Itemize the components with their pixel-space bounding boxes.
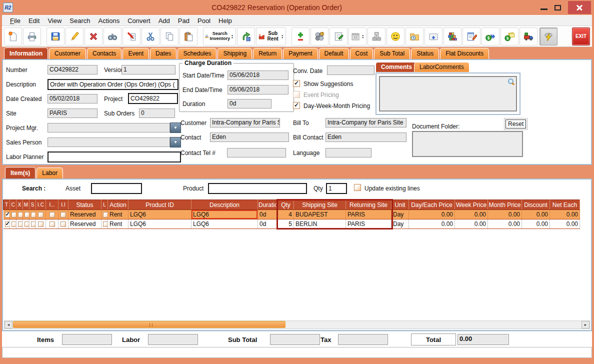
reset-button[interactable]: Reset — [506, 120, 526, 128]
language-field[interactable] — [326, 148, 372, 158]
m-checkbox[interactable] — [24, 212, 30, 218]
convert-button[interactable] — [237, 28, 255, 46]
number-field[interactable]: CO429822 — [48, 65, 98, 74]
exit-button[interactable]: EXIT — [572, 28, 590, 46]
sub-rent-button[interactable]: Sub Rent ▼▼ — [256, 28, 286, 46]
transfer-button[interactable] — [122, 28, 140, 46]
table-row[interactable]: Reserved Rent LGQ6 LGQ6 0d 4 BUDAPEST PA… — [4, 210, 580, 220]
scrollbar-thumb[interactable] — [13, 321, 286, 328]
project-mgr-dropdown-button[interactable]: ▼ — [170, 122, 181, 133]
col-ii[interactable]: I.I — [58, 200, 68, 210]
col-unit[interactable]: Unit — [392, 200, 409, 210]
day-each-price-cell[interactable]: 0.00 — [409, 210, 455, 220]
comments-textarea[interactable] — [379, 76, 517, 112]
col-qty[interactable]: Qty — [278, 200, 294, 210]
tab-contacts[interactable]: Contacts — [87, 48, 122, 59]
sub-orders-field[interactable]: 0 — [139, 108, 175, 118]
start-date-field[interactable]: 05/06/2018 — [228, 70, 288, 80]
tab-cost[interactable]: Cost — [350, 48, 374, 59]
menu-help[interactable]: Help — [214, 16, 236, 26]
tab-schedules[interactable]: Schedules — [178, 48, 216, 59]
tab-comments[interactable]: Comments — [376, 62, 418, 72]
copy-button[interactable] — [160, 28, 178, 46]
col-day-each-price[interactable]: Day/Each Price — [409, 200, 455, 210]
action-cell[interactable]: Rent — [108, 220, 128, 229]
calendar-button[interactable]: 12 ▼▼ — [348, 28, 366, 46]
m-checkbox[interactable] — [24, 222, 30, 227]
tab-information[interactable]: Information — [4, 48, 48, 59]
scroll-left-button[interactable]: ◄ — [4, 321, 12, 328]
qty-cell[interactable]: 5 — [278, 220, 294, 229]
event-pricing-checkbox[interactable] — [293, 91, 300, 98]
col-shipping-site[interactable]: Shipping Site — [294, 200, 346, 210]
notes-button[interactable] — [330, 28, 348, 46]
net-each-cell[interactable]: 0.00 — [550, 220, 580, 229]
form-edit-button[interactable] — [462, 28, 480, 46]
update-existing-checkbox[interactable] — [354, 184, 361, 191]
l-checkbox[interactable] — [103, 222, 108, 227]
net-each-cell[interactable]: 0.00 — [550, 210, 580, 220]
sales-person-field[interactable] — [48, 138, 170, 147]
tab-status[interactable]: Status — [411, 48, 439, 59]
col-discount[interactable]: Discount — [522, 200, 550, 210]
bill-contact-field[interactable]: Eden — [326, 132, 406, 142]
inventory-cubes-button[interactable] — [444, 28, 462, 46]
duration-cell[interactable]: 0d — [258, 210, 278, 220]
col-action[interactable]: Action — [108, 200, 128, 210]
delete-button[interactable] — [84, 28, 102, 46]
month-price-cell[interactable]: 0.00 — [488, 210, 522, 220]
col-l[interactable]: L — [102, 200, 108, 210]
folder-history-button[interactable] — [406, 28, 424, 46]
menu-edit[interactable]: Edit — [24, 16, 44, 26]
project-field[interactable]: CO429822 — [128, 93, 178, 104]
s-checkbox[interactable] — [31, 212, 36, 218]
week-price-cell[interactable]: 0.00 — [455, 210, 488, 220]
tab-items[interactable]: Item(s) — [5, 167, 36, 178]
col-returning-site[interactable]: Returning Site — [346, 200, 392, 210]
tab-customer[interactable]: Customer — [49, 48, 86, 59]
duration-field[interactable]: 0d — [228, 99, 272, 108]
conv-date-field[interactable] — [327, 66, 374, 75]
menu-actions[interactable]: Actions — [94, 16, 124, 26]
description-field[interactable]: Order with Operation Order (Ops Order) (… — [48, 79, 178, 90]
t-checkbox[interactable] — [5, 212, 10, 218]
table-row[interactable]: Reserved Rent LGQ6 LGQ6 0d 5 BERLIN PARI… — [4, 220, 580, 229]
lookup-icon[interactable] — [508, 78, 514, 85]
ii-checkbox[interactable] — [60, 222, 66, 227]
tab-sub-total[interactable]: Sub Total — [374, 48, 410, 59]
close-button[interactable] — [568, 1, 591, 14]
tab-default[interactable]: Default — [319, 48, 349, 59]
customer-field[interactable]: Intra-Company for Paris Site — [210, 118, 280, 128]
scrollbar-track[interactable] — [12, 321, 582, 328]
idots-checkbox[interactable] — [50, 212, 55, 218]
idots-checkbox[interactable] — [50, 222, 55, 227]
new-document-button[interactable] — [4, 28, 22, 46]
search-inventory-button[interactable]: Search Inventory ▼▼ — [203, 28, 236, 46]
scroll-right-button[interactable]: ► — [582, 321, 590, 328]
day-each-price-cell[interactable]: 0.00 — [409, 220, 455, 229]
discount-cell[interactable]: 0.00 — [522, 210, 550, 220]
ii-checkbox[interactable] — [60, 212, 66, 218]
col-description[interactable]: Description — [192, 200, 258, 210]
s-checkbox[interactable] — [31, 222, 36, 227]
shipping-site-cell[interactable]: BUDAPEST — [294, 210, 346, 220]
project-mgr-field[interactable] — [48, 123, 170, 132]
delivery-button[interactable] — [520, 28, 538, 46]
col-ic[interactable]: I.C — [36, 200, 46, 210]
save-button[interactable] — [46, 28, 64, 46]
qty-cell[interactable]: 4 — [278, 210, 294, 220]
col-idots[interactable]: I... — [46, 200, 58, 210]
tab-flat-discounts[interactable]: Flat Discounts — [440, 48, 489, 59]
duration-cell[interactable]: 0d — [258, 220, 278, 229]
version-field[interactable]: 1 — [122, 65, 176, 74]
returning-site-cell[interactable]: PARIS — [346, 210, 392, 220]
end-date-field[interactable]: 05/06/2018 — [228, 85, 288, 94]
menu-search[interactable]: Search — [66, 16, 94, 26]
t-checkbox[interactable] — [5, 222, 10, 227]
action-cell[interactable]: Rent — [108, 210, 128, 220]
sales-person-dropdown-button[interactable]: ▼ — [170, 137, 181, 148]
labor-planner-field[interactable] — [48, 152, 181, 162]
menu-convert[interactable]: Convert — [124, 16, 154, 26]
product-input[interactable] — [208, 183, 307, 194]
unit-cell[interactable]: Day — [392, 210, 409, 220]
